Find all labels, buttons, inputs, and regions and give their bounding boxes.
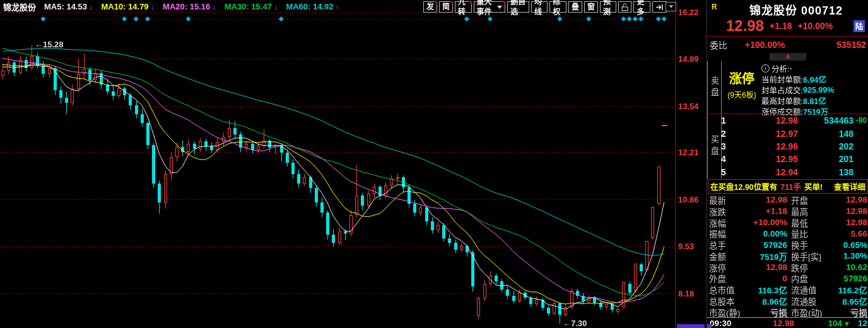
notice-suffix: 买单! xyxy=(804,180,823,192)
price-change: +1.18 xyxy=(770,21,792,31)
axis-tick-label: 10.86 xyxy=(678,195,699,204)
analysis-header-value: - xyxy=(789,64,792,73)
kline-chart-region: ←15.28←7.30 锦龙股份 MA5: 14.53↓MA10: 14.79↓… xyxy=(0,0,675,328)
price-change-percent: +10.00% xyxy=(798,21,833,31)
axis-tick-label: 14.89 xyxy=(678,54,699,64)
analysis-lines: 当前封单额:6.94亿封单占成交:925.99%最高封单额:8.81亿涨停成交额… xyxy=(761,74,867,117)
detail-row: 振幅0.00%量比5.66 xyxy=(709,228,867,239)
price-row: 12.98 +1.18 +10.00% 陆 xyxy=(726,16,865,35)
axis-scale-dropdown[interactable] xyxy=(666,2,676,11)
collapse-row: ∧ xyxy=(707,53,868,61)
arrow-down-icon: ↓ xyxy=(89,2,93,11)
ma-label-ma20: MA20: 15.16↓ xyxy=(163,2,216,11)
toolbar-button-overlay[interactable]: 叠 xyxy=(568,1,582,13)
notice-prefix: 在买盘12.90位置有 xyxy=(710,180,777,192)
toolbar-button-simple-mode[interactable]: 简 xyxy=(439,1,453,13)
ma-label-ma30: MA30: 15.47↓ xyxy=(225,2,278,11)
stock-title: 锦龙股份 000712 xyxy=(726,1,866,18)
axis-bottom-marker xyxy=(677,324,705,328)
toolbar-button-ex-rights[interactable]: 除权 xyxy=(549,1,566,13)
axis-tick-label: 12.21 xyxy=(678,148,699,157)
price-axis: 16.2214.8913.5412.2110.869.538.18 xyxy=(675,0,707,328)
axis-tick-label: 8.18 xyxy=(678,289,694,298)
chevron-down-icon xyxy=(497,6,502,9)
arrow-down-icon: ↓ xyxy=(151,2,155,11)
ma-label-ma5: MA5: 14.53↓ xyxy=(44,2,93,11)
sell-side-label: 卖盘 xyxy=(707,61,722,114)
chevron-down-icon xyxy=(669,6,672,8)
sell-book-section: 卖盘 涨停 (9天6板) i 分析: - 当前封单额:6.94亿封单占成交:92… xyxy=(707,61,868,114)
detail-row: 市盈(静)亏损市盈(动)亏损 xyxy=(709,307,867,318)
chart-stock-name: 锦龙股份 xyxy=(3,1,36,13)
toolbar-button-more[interactable]: 更多 xyxy=(633,1,650,13)
buy-book-section: 买盘 112.98534463-90212.97148312.96202412.… xyxy=(707,114,868,179)
ma-label-ma10: MA10: 14.79↓ xyxy=(101,2,155,11)
toolbar-button-forecast[interactable]: 预测 xyxy=(600,1,617,13)
toolbar-button-ma-lines[interactable]: 均线 xyxy=(531,1,548,13)
skip-forward-icon xyxy=(655,4,664,11)
toolbar-button-nine-turn[interactable]: 九转 xyxy=(455,1,472,13)
chart-toolbar: 发简九转重大事件删自选均线除权叠窗预测更多 xyxy=(423,1,675,13)
arrow-down-icon: ↓ xyxy=(212,2,216,11)
buy-order-row-3[interactable]: 312.96202 xyxy=(721,140,867,153)
detail-row: 涨停12.98跌停10.62 xyxy=(709,262,867,273)
divider xyxy=(707,36,868,37)
tick-price: 12.98 xyxy=(737,319,794,328)
tick-volume: 104 xyxy=(794,319,842,328)
quote-panel: R 锦龙股份 000712 12.98 +1.18 +10.00% 陆 委比 +… xyxy=(707,0,868,328)
detail-row: 外盘0内盘57926 xyxy=(709,273,867,284)
view-details-link[interactable]: 查看详细 xyxy=(834,180,865,192)
detail-row: 涨跌+1.18最高12.98 xyxy=(709,206,867,217)
info-icon: i xyxy=(761,64,770,73)
buy-order-row-5[interactable]: 512.94138 xyxy=(721,166,867,179)
last-price: 12.98 xyxy=(726,17,764,35)
ma-values: MA5: 14.53↓MA10: 14.79↓MA20: 15.16↓MA30:… xyxy=(44,2,339,11)
detail-row: 最新12.98开盘12.98 xyxy=(709,194,867,206)
collapse-panel-button[interactable]: ∧ xyxy=(770,53,806,61)
buy-order-row-2[interactable]: 212.97148 xyxy=(721,127,867,139)
tick-time: 09:30 xyxy=(710,319,737,328)
big-order-notice: 在买盘12.90位置有 711手 买单! 查看详细 xyxy=(708,179,868,194)
weibi-value: +100.00% xyxy=(745,40,785,50)
candlestick-chart[interactable] xyxy=(0,0,675,328)
divider xyxy=(707,317,868,318)
down-arrow-icon: ▼ xyxy=(843,320,850,327)
weibi-row: 委比 +100.00% 535152 xyxy=(710,37,866,52)
arrow-down-icon: ↓ xyxy=(274,2,278,11)
axis-tick-label: 9.53 xyxy=(678,242,694,251)
tick-row: 09:30 12.98 104 ▼ 12 xyxy=(710,319,867,328)
detail-row: 涨幅+10.00%最低12.98 xyxy=(709,217,867,228)
analysis-line: 封单占成交:925.99% xyxy=(761,85,867,95)
toolbar-button-remove-watchlist[interactable]: 删自选 xyxy=(507,1,529,13)
analysis-line: 当前封单额:6.94亿 xyxy=(761,74,867,85)
toolbar-button-skip-to-latest[interactable] xyxy=(652,1,667,13)
toolbar-button-lock[interactable] xyxy=(618,1,631,13)
arrow-up-icon: ↑ xyxy=(336,2,340,11)
axis-tick-label: 13.54 xyxy=(678,102,699,111)
buy-side-label: 买盘 xyxy=(707,114,722,179)
limit-up-title: 涨停 xyxy=(722,69,761,87)
buy-order-row-4[interactable]: 412.95201 xyxy=(721,153,867,165)
margin-r-badge: R xyxy=(712,3,717,11)
toolbar-button-major-events[interactable]: 重大事件 xyxy=(474,1,506,13)
detail-row: 总手57926换手0.65% xyxy=(709,239,867,250)
buy-order-row-1[interactable]: 112.98534463-90 xyxy=(721,114,867,127)
axis-tick-label: 16.22 xyxy=(678,8,699,17)
unlock-icon xyxy=(621,3,628,11)
detail-row: 金额7519万换手[实]1.30% xyxy=(709,250,867,262)
quote-detail-grid: 最新12.98开盘12.98涨跌+1.18最高12.98涨幅+10.00%最低1… xyxy=(709,194,867,318)
analysis-line: 最高封单额:8.81亿 xyxy=(761,95,867,106)
ma-indicator-bar: 锦龙股份 MA5: 14.53↓MA10: 14.79↓MA20: 15.16↓… xyxy=(3,1,339,11)
weibi-label: 委比 xyxy=(710,38,727,51)
detail-row: 总市值116.3亿流通值116.2亿 xyxy=(709,284,867,295)
notice-quantity: 711手 xyxy=(780,180,801,192)
weibi-total: 535152 xyxy=(836,40,866,50)
toolbar-button-window[interactable]: 窗 xyxy=(584,1,598,13)
tick-next: 12 xyxy=(850,319,867,328)
market-connect-badge: 陆 xyxy=(853,20,865,32)
ma-label-ma60: MA60: 14.92↑ xyxy=(286,2,339,11)
limit-up-analysis: i 分析: - 当前封单额:6.94亿封单占成交:925.99%最高封单额:8.… xyxy=(761,63,867,117)
limit-up-streak: (9天6板) xyxy=(722,89,761,100)
toolbar-button-publish[interactable]: 发 xyxy=(423,1,437,13)
panel-corner-marker xyxy=(707,324,712,328)
